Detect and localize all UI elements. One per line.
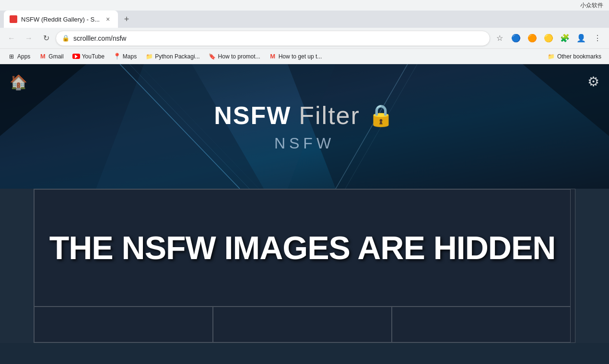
tab-favicon (10, 15, 17, 23)
filter-text: Filter (299, 101, 360, 130)
security-lock-icon: 🔒 (62, 34, 70, 42)
bookmark-apps[interactable]: ⊞ Apps (4, 51, 34, 62)
nav-bar: ← → ↻ 🔒 scrolller.com/nsfw ☆ 🔵 🟠 🟡 🧩 👤 ⋮ (0, 28, 609, 49)
bookmarks-bar: ⊞ Apps M Gmail YouTube 📍 Maps 📁 Python P… (0, 49, 609, 64)
bookmark-youtube[interactable]: YouTube (69, 51, 108, 62)
bookmark-python[interactable]: 📁 Python Packagi... (141, 51, 203, 62)
promote-icon: 🔖 (209, 53, 216, 60)
bookmark-gmail[interactable]: M Gmail (35, 51, 67, 62)
grid-cell-bottom-right (392, 307, 571, 342)
other-bookmarks-label: Other bookmarks (557, 53, 601, 60)
home-button[interactable]: 🏠 (10, 74, 27, 91)
bookmark-getup[interactable]: M How to get up t... (265, 51, 326, 62)
bookmark-maps[interactable]: 📍 Maps (109, 51, 141, 62)
address-bar[interactable]: 🔒 scrolller.com/nsfw (56, 31, 490, 46)
reload-button[interactable]: ↻ (38, 31, 54, 46)
tab-title: NSFW (Reddit Gallery) - S... (21, 16, 100, 23)
bookmark-star-button[interactable]: ☆ (492, 31, 507, 46)
top-bar: 小众软件 (0, 0, 609, 11)
bookmark-apps-label: Apps (17, 53, 30, 60)
hero-section: 🏠 ⚙ NSFW Filter 🔒 NSFW (0, 64, 609, 189)
bookmark-maps-label: Maps (123, 53, 137, 60)
tab-bar: NSFW (Reddit Gallery) - S... × + (0, 11, 609, 28)
back-button[interactable]: ← (4, 31, 19, 46)
bookmark-python-label: Python Packagi... (155, 53, 199, 60)
hero-subtitle: NSFW (214, 135, 395, 152)
hero-title: NSFW Filter 🔒 NSFW (214, 101, 395, 152)
youtube-icon (72, 54, 80, 59)
lock-icon: 🔒 (368, 103, 395, 128)
grid-section: THE NSFW IMAGES ARE HIDDEN (0, 189, 609, 343)
other-bookmarks-button[interactable]: 📁 Other bookmarks (544, 51, 605, 62)
tab-close-button[interactable]: × (104, 15, 112, 23)
url-display: scrolller.com/nsfw (73, 34, 126, 42)
python-folder-icon: 📁 (145, 53, 153, 60)
active-tab[interactable]: NSFW (Reddit Gallery) - S... × (4, 11, 118, 28)
hidden-message-text: THE NSFW IMAGES ARE HIDDEN (49, 230, 556, 266)
bookmark-getup-label: How to get up t... (279, 53, 322, 60)
extensions-button[interactable]: 🧩 (557, 31, 573, 46)
brand-label: 小众软件 (580, 1, 603, 10)
nav-icons: ☆ 🔵 🟠 🟡 🧩 👤 ⋮ (492, 31, 605, 46)
folder-icon: 📁 (548, 53, 555, 60)
extension1-button[interactable]: 🔵 (508, 31, 524, 46)
bookmark-gmail-label: Gmail (48, 53, 63, 60)
nsfw-filter-heading: NSFW Filter 🔒 (214, 101, 395, 130)
apps-icon: ⊞ (8, 53, 15, 60)
bookmark-youtube-label: YouTube (82, 53, 105, 60)
grid-cell-bottom-mid (213, 307, 392, 342)
image-grid: THE NSFW IMAGES ARE HIDDEN (34, 189, 575, 343)
profile-button[interactable]: 👤 (574, 31, 589, 46)
settings-button[interactable]: ⚙ (587, 74, 599, 90)
nsfw-text: NSFW (214, 101, 291, 130)
forward-button[interactable]: → (21, 31, 36, 46)
bookmark-promote[interactable]: 🔖 How to promot... (205, 51, 264, 62)
menu-button[interactable]: ⋮ (590, 31, 605, 46)
website-content: 🏠 ⚙ NSFW Filter 🔒 NSFW THE NSFW IMAGES A… (0, 64, 609, 364)
extension3-button[interactable]: 🟡 (541, 31, 556, 46)
gmail-icon: M (39, 53, 47, 60)
hidden-message-cell: THE NSFW IMAGES ARE HIDDEN (34, 189, 571, 307)
grid-cell-bottom-left (34, 307, 213, 342)
maps-icon: 📍 (113, 53, 121, 60)
bookmark-promote-label: How to promot... (218, 53, 260, 60)
extension2-button[interactable]: 🟠 (525, 31, 540, 46)
new-tab-button[interactable]: + (120, 12, 133, 26)
getup-icon: M (269, 53, 277, 60)
